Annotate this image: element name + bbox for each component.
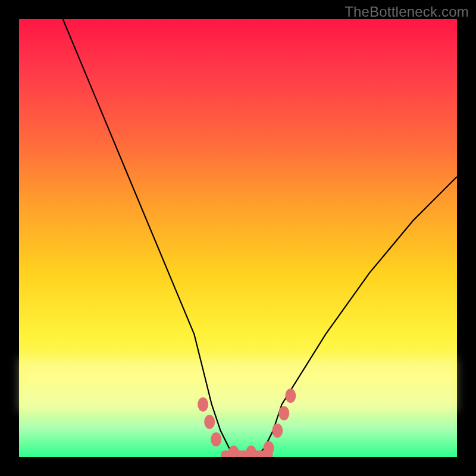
chart-svg [19, 19, 457, 457]
outer-frame: TheBottleneck.com [0, 0, 476, 476]
marker-dot [246, 446, 256, 457]
marker-dot [264, 441, 274, 455]
marker-dot [198, 397, 208, 412]
plot-area [19, 19, 457, 457]
marker-dot [204, 415, 215, 429]
marker-dot [272, 424, 283, 438]
marker-group [198, 389, 296, 457]
marker-dot [285, 389, 296, 403]
watermark-text: TheBottleneck.com [345, 4, 469, 20]
marker-dot [228, 446, 239, 457]
marker-dot [211, 433, 221, 447]
marker-dot [278, 406, 289, 420]
bottleneck-curve [63, 19, 457, 457]
